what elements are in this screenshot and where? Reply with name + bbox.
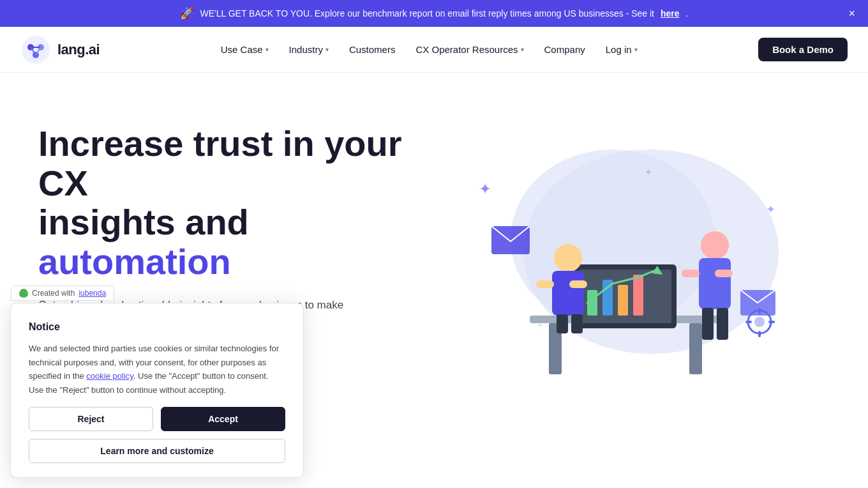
hero-title: Increase trust in your CX insights and a… [38, 124, 421, 281]
svg-rect-21 [536, 280, 554, 288]
svg-text:✦: ✦ [536, 320, 544, 330]
logo-text: lang.ai [57, 42, 100, 58]
svg-text:✦: ✦ [766, 203, 775, 216]
svg-rect-23 [557, 314, 568, 333]
chevron-down-icon: ▾ [326, 46, 329, 53]
book-demo-button[interactable]: Book a Demo [758, 38, 848, 61]
svg-text:✦: ✦ [645, 167, 652, 177]
nav-item-industry[interactable]: Industry ▾ [280, 39, 338, 60]
iubenda-badge: Created with iubenda [11, 286, 114, 301]
svg-point-38 [754, 317, 765, 327]
svg-rect-39 [758, 308, 761, 314]
svg-rect-28 [715, 270, 733, 277]
main-nav: lang.ai Use Case ▾ Industry ▾ Customers … [0, 27, 868, 73]
hero-illustration: ✦ ✦ ✦ ✦ [447, 111, 804, 405]
svg-point-19 [554, 244, 582, 272]
svg-rect-16 [618, 285, 628, 316]
banner-link[interactable]: here [661, 8, 680, 19]
accept-button[interactable]: Accept [161, 407, 285, 431]
rocket-icon: 🚀 [180, 6, 194, 20]
announcement-banner: 🚀 WE'LL GET BACK TO YOU. Explore our ben… [0, 0, 868, 27]
nav-right: Book a Demo [758, 38, 848, 61]
nav-item-cx-operator[interactable]: CX Operator Resources ▾ [407, 39, 532, 60]
nav-item-company[interactable]: Company [535, 39, 594, 60]
nav-links: Use Case ▾ Industry ▾ Customers CX Opera… [212, 39, 647, 60]
svg-rect-17 [633, 275, 643, 316]
chevron-down-icon: ▾ [266, 46, 269, 53]
cookie-notice-title: Notice [29, 321, 285, 333]
cookie-policy-link[interactable]: cookie policy [86, 371, 133, 381]
nav-item-log-in[interactable]: Log in ▾ [597, 39, 647, 60]
cookie-notice-body: We and selected third parties use cookie… [29, 342, 285, 397]
banner-close-button[interactable]: × [848, 8, 855, 19]
svg-rect-30 [717, 308, 728, 340]
svg-point-25 [701, 231, 729, 259]
chevron-down-icon: ▾ [634, 46, 638, 53]
shield-icon [19, 289, 28, 298]
svg-rect-42 [768, 321, 775, 323]
nav-item-use-case[interactable]: Use Case ▾ [212, 39, 278, 60]
chevron-down-icon: ▾ [521, 46, 524, 53]
svg-text:✦: ✦ [479, 180, 491, 197]
hero-image: ✦ ✦ ✦ ✦ [421, 111, 830, 405]
svg-rect-41 [745, 321, 752, 323]
reject-button[interactable]: Reject [29, 407, 153, 431]
svg-rect-11 [689, 323, 702, 374]
nav-item-customers[interactable]: Customers [340, 39, 405, 60]
iubenda-link[interactable]: iubenda [79, 289, 106, 298]
svg-rect-27 [682, 270, 700, 277]
logo-icon [20, 34, 51, 65]
banner-text-after: . [686, 8, 689, 19]
svg-rect-26 [699, 258, 731, 309]
svg-rect-29 [702, 308, 714, 340]
svg-rect-20 [552, 271, 584, 316]
svg-rect-40 [758, 331, 761, 337]
banner-text: WE'LL GET BACK TO YOU. Explore our bench… [200, 8, 655, 19]
svg-rect-24 [571, 314, 583, 333]
cookie-button-row: Reject Accept [29, 407, 285, 431]
learn-more-customize-button[interactable]: Learn more and customize [29, 439, 285, 463]
cookie-consent-box: Created with iubenda Notice We and selec… [10, 303, 304, 478]
svg-point-0 [22, 36, 50, 64]
logo-link[interactable]: lang.ai [20, 34, 100, 65]
svg-rect-22 [569, 280, 587, 288]
